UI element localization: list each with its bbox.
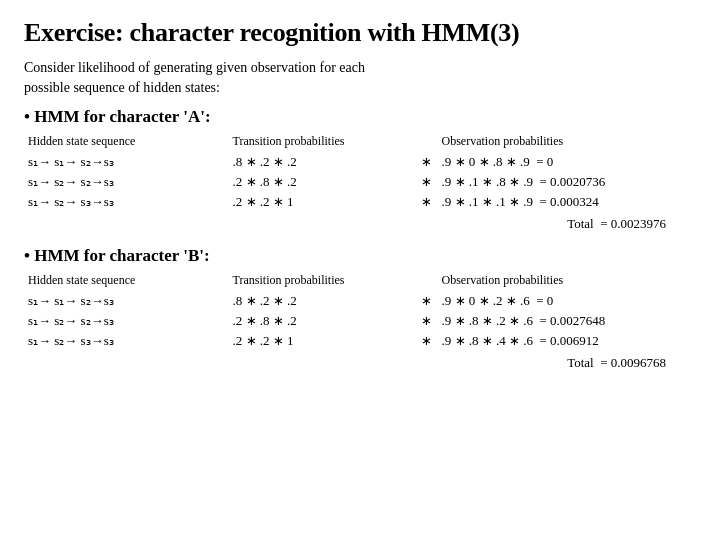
- section-a-total: Total = 0.0023976: [24, 214, 696, 238]
- seq-cell: s₁→ s₂→ s₂→s₃: [24, 172, 229, 192]
- star-cell: ∗: [417, 152, 437, 172]
- col-header-seq-a: Hidden state sequence: [24, 133, 229, 152]
- obs-cell: .9 ∗ .8 ∗ .4 ∗ .6 = 0.006912: [438, 331, 696, 351]
- section-a: • HMM for character 'A': Hidden state se…: [24, 107, 696, 238]
- seq-cell: s₁→ s₂→ s₂→s₃: [24, 311, 229, 331]
- star-cell: ∗: [417, 192, 437, 212]
- trans-cell: .2 ∗ .2 ∗ 1: [229, 192, 417, 212]
- section-b-total: Total = 0.0096768: [24, 353, 696, 377]
- section-b-title: • HMM for character 'B':: [24, 246, 696, 266]
- section-b-table: Hidden state sequence Transition probabi…: [24, 272, 696, 351]
- obs-cell: .9 ∗ .8 ∗ .2 ∗ .6 = 0.0027648: [438, 311, 696, 331]
- table-row: s₁→ s₁→ s₂→s₃ .8 ∗ .2 ∗ .2 ∗ .9 ∗ 0 ∗ .2…: [24, 291, 696, 311]
- seq-cell: s₁→ s₁→ s₂→s₃: [24, 291, 229, 311]
- star-cell: ∗: [417, 311, 437, 331]
- seq-cell: s₁→ s₁→ s₂→s₃: [24, 152, 229, 172]
- col-header-obs-b: Observation probabilities: [438, 272, 696, 291]
- star-cell: ∗: [417, 291, 437, 311]
- col-header-obs-a: Observation probabilities: [438, 133, 696, 152]
- col-header-star-b: [417, 272, 437, 291]
- table-row: s₁→ s₂→ s₂→s₃ .2 ∗ .8 ∗ .2 ∗ .9 ∗ .8 ∗ .…: [24, 311, 696, 331]
- col-header-star-a: [417, 133, 437, 152]
- section-a-table: Hidden state sequence Transition probabi…: [24, 133, 696, 212]
- table-row: s₁→ s₁→ s₂→s₃ .8 ∗ .2 ∗ .2 ∗ .9 ∗ 0 ∗ .8…: [24, 152, 696, 172]
- table-row: s₁→ s₂→ s₂→s₃ .2 ∗ .8 ∗ .2 ∗ .9 ∗ .1 ∗ .…: [24, 172, 696, 192]
- obs-cell: .9 ∗ 0 ∗ .2 ∗ .6 = 0: [438, 291, 696, 311]
- intro-text: Consider likelihood of generating given …: [24, 58, 696, 97]
- section-a-title: • HMM for character 'A':: [24, 107, 696, 127]
- obs-cell: .9 ∗ .1 ∗ .1 ∗ .9 = 0.000324: [438, 192, 696, 212]
- trans-cell: .2 ∗ .2 ∗ 1: [229, 331, 417, 351]
- seq-cell: s₁→ s₂→ s₃→s₃: [24, 331, 229, 351]
- star-cell: ∗: [417, 331, 437, 351]
- section-b: • HMM for character 'B': Hidden state se…: [24, 246, 696, 377]
- trans-cell: .2 ∗ .8 ∗ .2: [229, 172, 417, 192]
- seq-cell: s₁→ s₂→ s₃→s₃: [24, 192, 229, 212]
- trans-cell: .8 ∗ .2 ∗ .2: [229, 152, 417, 172]
- col-header-trans-b: Transition probabilities: [229, 272, 417, 291]
- trans-cell: .8 ∗ .2 ∗ .2: [229, 291, 417, 311]
- table-row: s₁→ s₂→ s₃→s₃ .2 ∗ .2 ∗ 1 ∗ .9 ∗ .8 ∗ .4…: [24, 331, 696, 351]
- table-row: s₁→ s₂→ s₃→s₃ .2 ∗ .2 ∗ 1 ∗ .9 ∗ .1 ∗ .1…: [24, 192, 696, 212]
- obs-cell: .9 ∗ .1 ∗ .8 ∗ .9 = 0.0020736: [438, 172, 696, 192]
- star-cell: ∗: [417, 172, 437, 192]
- trans-cell: .2 ∗ .8 ∗ .2: [229, 311, 417, 331]
- col-header-seq-b: Hidden state sequence: [24, 272, 229, 291]
- col-header-trans-a: Transition probabilities: [229, 133, 417, 152]
- obs-cell: .9 ∗ 0 ∗ .8 ∗ .9 = 0: [438, 152, 696, 172]
- page-title: Exercise: character recognition with HMM…: [24, 18, 696, 48]
